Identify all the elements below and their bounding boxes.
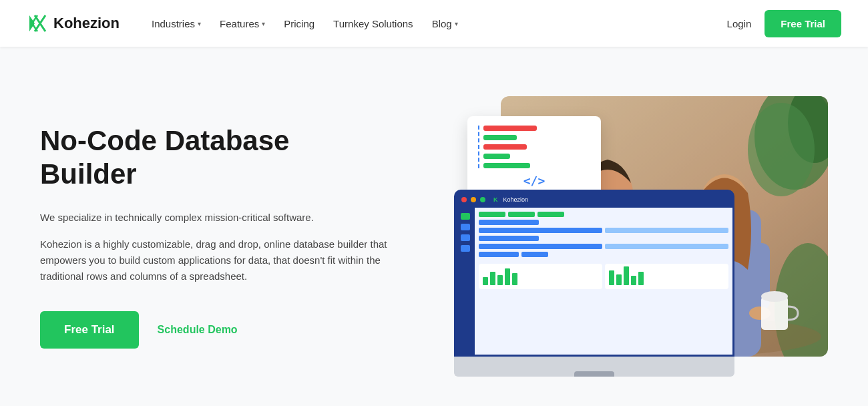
hero-buttons: Free Trial Schedule Demo xyxy=(40,311,387,349)
bar-chart-row xyxy=(483,163,530,168)
laptop-screen: K Kohezion xyxy=(454,190,734,357)
bar xyxy=(609,270,614,285)
dashboard-brand-name: Kohezion xyxy=(503,196,529,203)
field-indicator xyxy=(537,212,564,217)
bar-chart-row xyxy=(483,154,510,159)
bar xyxy=(497,275,503,285)
bar xyxy=(616,274,622,285)
brand-name: Kohezion xyxy=(53,15,120,32)
form-row xyxy=(479,236,728,241)
nav-links: Industries ▾ Features ▾ Pricing Turnkey … xyxy=(144,13,466,35)
window-close-dot xyxy=(461,197,467,202)
bar-chart xyxy=(608,266,726,286)
dashboard-content xyxy=(456,208,732,355)
bar xyxy=(512,273,517,285)
hero-section: No-Code Database Builder We specialize i… xyxy=(0,47,868,406)
bar-chart-row xyxy=(483,144,527,150)
svg-point-25 xyxy=(761,291,788,302)
nav-item-pricing[interactable]: Pricing xyxy=(276,13,322,35)
logo-icon xyxy=(27,14,48,33)
field-indicator xyxy=(479,212,505,217)
bar-chart-row xyxy=(483,126,537,131)
window-bar: K Kohezion xyxy=(456,192,732,208)
navbar-right: Login Free Trial xyxy=(727,10,841,37)
card-row xyxy=(483,144,590,150)
form-field xyxy=(479,252,519,257)
logo[interactable]: Kohezion xyxy=(27,14,120,33)
nav-item-turnkey[interactable]: Turnkey Solutions xyxy=(325,13,421,35)
form-field xyxy=(479,236,539,241)
form-field xyxy=(479,244,602,249)
form-field xyxy=(479,228,602,233)
nav-item-industries[interactable]: Industries ▾ xyxy=(144,13,209,35)
dashboard-brand-icon: K xyxy=(493,196,498,203)
bar xyxy=(483,277,488,285)
bar xyxy=(624,266,629,285)
form-row xyxy=(479,244,728,249)
form-field xyxy=(605,244,728,249)
chart-grid xyxy=(479,262,728,289)
hero-image: </> ↓ K Kohezion xyxy=(454,96,828,377)
chevron-down-icon: ▾ xyxy=(262,20,265,27)
navbar-left: Kohezion Industries ▾ Features ▾ Pricing… xyxy=(27,13,466,35)
hero-content: No-Code Database Builder We specialize i… xyxy=(40,124,387,349)
hero-title: No-Code Database Builder xyxy=(40,124,387,192)
bar xyxy=(505,268,510,285)
laptop-base xyxy=(454,357,734,377)
chevron-down-icon: ▾ xyxy=(455,20,458,27)
navbar: Kohezion Industries ▾ Features ▾ Pricing… xyxy=(0,0,868,47)
nav-item-blog[interactable]: Blog ▾ xyxy=(424,13,466,35)
sidebar-icon xyxy=(461,224,470,230)
laptop-notch xyxy=(574,371,614,377)
hero-desc1: We specialize in technically complex mis… xyxy=(40,210,387,226)
nav-item-features[interactable]: Features ▾ xyxy=(212,13,273,35)
hero-desc2: Kohezion is a highly customizable, drag … xyxy=(40,236,387,284)
schedule-demo-link[interactable]: Schedule Demo xyxy=(158,324,238,336)
hero-free-trial-button[interactable]: Free Trial xyxy=(40,311,139,349)
form-field xyxy=(521,252,548,257)
chart-section xyxy=(479,264,602,289)
form-row xyxy=(479,220,728,225)
card-row xyxy=(483,163,590,168)
bar-chart xyxy=(481,266,600,286)
code-tag: </> xyxy=(478,168,590,190)
bar-chart-row xyxy=(483,135,517,140)
card-row xyxy=(483,135,590,140)
form-row xyxy=(479,228,728,233)
field-indicator xyxy=(508,212,535,217)
dashboard-sidebar xyxy=(456,208,475,355)
window-minimize-dot xyxy=(471,197,476,202)
form-field xyxy=(479,220,539,225)
bar xyxy=(631,276,636,285)
card-row xyxy=(483,154,590,159)
chart-section xyxy=(605,264,728,289)
bar xyxy=(490,272,495,285)
svg-point-4 xyxy=(748,103,815,196)
dashboard-main xyxy=(475,208,732,355)
free-trial-button[interactable]: Free Trial xyxy=(765,10,841,37)
sidebar-icon xyxy=(461,245,470,252)
laptop-dashboard: K Kohezion xyxy=(454,190,734,377)
card-row xyxy=(483,126,590,131)
window-maximize-dot xyxy=(480,197,485,202)
card-rows xyxy=(478,126,590,168)
bar xyxy=(638,272,644,285)
login-link[interactable]: Login xyxy=(727,18,752,29)
sidebar-icon xyxy=(461,213,470,220)
form-row xyxy=(479,252,728,257)
form-row xyxy=(479,212,728,217)
form-field xyxy=(605,228,728,233)
chevron-down-icon: ▾ xyxy=(198,20,201,27)
sidebar-icon xyxy=(461,234,470,241)
